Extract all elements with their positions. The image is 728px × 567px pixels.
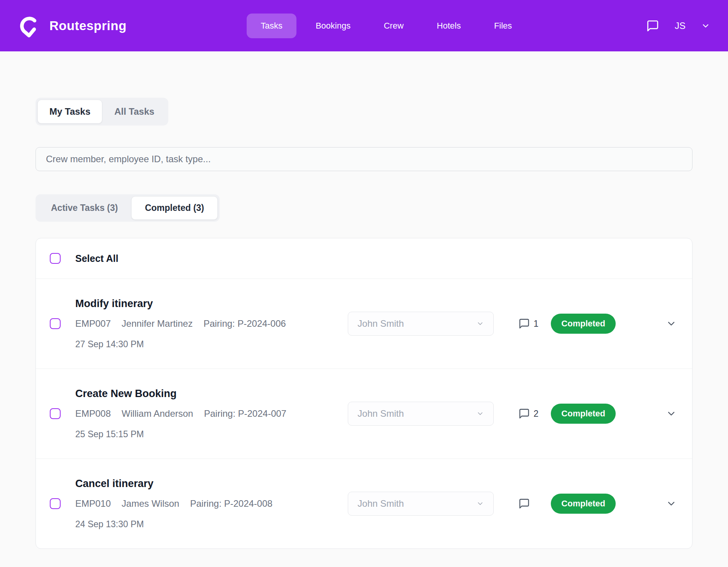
search-wrap <box>36 147 692 171</box>
employee-name: Jennifer Martinez <box>122 318 193 329</box>
comments-button[interactable] <box>518 498 544 509</box>
task-controls: John Smith 2 Completed <box>348 402 677 426</box>
assignee-select[interactable]: John Smith <box>348 492 494 516</box>
expand-row-chevron-down-icon[interactable] <box>666 498 677 509</box>
assignee-name: John Smith <box>357 498 404 509</box>
task-controls: John Smith 1 Completed <box>348 312 677 336</box>
select-all-row: Select All <box>36 238 692 278</box>
task-row: Modify itinerary EMP007 Jennifer Martine… <box>36 278 692 368</box>
chat-icon[interactable] <box>646 19 659 32</box>
expand-row-chevron-down-icon[interactable] <box>666 408 677 419</box>
comments-button[interactable]: 1 <box>518 318 544 329</box>
toggle-all-tasks[interactable]: All Tasks <box>102 100 166 124</box>
pairing-ref: Pairing: P-2024-007 <box>204 408 286 419</box>
select-all-checkbox[interactable] <box>50 253 61 264</box>
employee-id: EMP008 <box>75 408 111 419</box>
main-content: My Tasks All Tasks Active Tasks (3) Comp… <box>0 51 728 549</box>
task-checkbox[interactable] <box>50 498 61 509</box>
header-right: JS <box>646 19 710 32</box>
nav-tab-crew[interactable]: Crew <box>370 14 417 38</box>
task-checkbox[interactable] <box>50 408 61 419</box>
main-nav: Tasks Bookings Crew Hotels Files <box>247 14 526 38</box>
select-chevron-down-icon <box>476 410 484 418</box>
assignee-name: John Smith <box>357 408 404 419</box>
comment-count: 1 <box>533 319 538 329</box>
task-meta: EMP007 Jennifer Martinez Pairing: P-2024… <box>75 318 348 329</box>
task-checkbox[interactable] <box>50 318 61 329</box>
pairing-ref: Pairing: P-2024-008 <box>190 498 272 509</box>
select-chevron-down-icon <box>476 500 484 508</box>
toggle-my-tasks[interactable]: My Tasks <box>37 100 102 124</box>
app-header: Routespring Tasks Bookings Crew Hotels F… <box>0 0 728 51</box>
comment-count: 2 <box>533 409 538 419</box>
assignee-select[interactable]: John Smith <box>348 312 494 336</box>
task-timestamp: 27 Sep 14:30 PM <box>75 339 348 350</box>
nav-tab-files[interactable]: Files <box>480 14 526 38</box>
employee-name: William Anderson <box>122 408 193 419</box>
pairing-ref: Pairing: P-2024-006 <box>203 318 286 329</box>
task-title: Create New Booking <box>75 388 348 400</box>
task-main: Modify itinerary EMP007 Jennifer Martine… <box>75 298 348 350</box>
comments-button[interactable]: 2 <box>518 408 544 419</box>
task-meta: EMP008 William Anderson Pairing: P-2024-… <box>75 408 348 419</box>
employee-name: James Wilson <box>122 498 179 509</box>
task-row: Cancel itinerary EMP010 James Wilson Pai… <box>36 458 692 548</box>
task-meta: EMP010 James Wilson Pairing: P-2024-008 <box>75 498 348 509</box>
status-badge: Completed <box>551 494 616 514</box>
task-list-card: Select All Modify itinerary EMP007 Jenni… <box>36 238 692 549</box>
employee-id: EMP007 <box>75 318 111 329</box>
task-main: Cancel itinerary EMP010 James Wilson Pai… <box>75 478 348 530</box>
status-badge: Completed <box>551 404 616 424</box>
view-toggle: My Tasks All Tasks <box>36 98 168 126</box>
routespring-logo-icon <box>18 14 42 38</box>
expand-row-chevron-down-icon[interactable] <box>666 318 677 329</box>
search-input[interactable] <box>36 147 692 171</box>
user-menu-chevron-down-icon[interactable] <box>701 21 710 31</box>
status-filter-tabs: Active Tasks (3) Completed (3) <box>36 194 220 222</box>
task-timestamp: 25 Sep 15:15 PM <box>75 429 348 440</box>
task-main: Create New Booking EMP008 William Anders… <box>75 388 348 440</box>
nav-tab-hotels[interactable]: Hotels <box>423 14 475 38</box>
comment-icon <box>518 498 530 509</box>
brand: Routespring <box>18 14 127 38</box>
assignee-select[interactable]: John Smith <box>348 402 494 426</box>
status-badge: Completed <box>551 314 616 334</box>
task-title: Cancel itinerary <box>75 478 348 490</box>
tab-active-tasks[interactable]: Active Tasks (3) <box>37 196 131 220</box>
task-timestamp: 24 Sep 13:30 PM <box>75 519 348 530</box>
employee-id: EMP010 <box>75 498 111 509</box>
user-initials[interactable]: JS <box>675 20 686 31</box>
nav-tab-tasks[interactable]: Tasks <box>247 14 296 38</box>
brand-name: Routespring <box>49 19 127 33</box>
comment-icon <box>518 408 530 419</box>
comment-icon <box>518 318 530 329</box>
select-all-label: Select All <box>75 253 119 264</box>
task-title: Modify itinerary <box>75 298 348 310</box>
task-row: Create New Booking EMP008 William Anders… <box>36 368 692 458</box>
select-chevron-down-icon <box>476 320 484 328</box>
tab-completed-tasks[interactable]: Completed (3) <box>131 196 217 220</box>
task-controls: John Smith Completed <box>348 492 677 516</box>
nav-tab-bookings[interactable]: Bookings <box>302 14 365 38</box>
assignee-name: John Smith <box>357 318 404 329</box>
